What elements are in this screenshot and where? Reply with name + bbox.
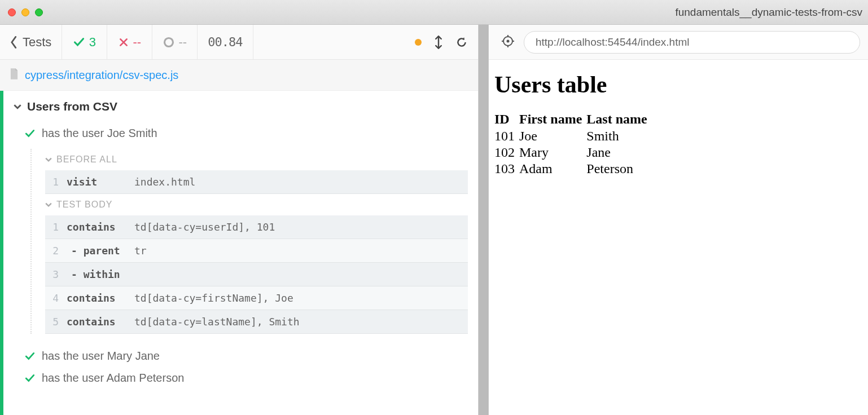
- command-args: tr: [131, 239, 468, 262]
- commands-container: BEFORE ALL 1visitindex.html TEST BODY 1c…: [30, 149, 468, 334]
- command-args: td[data-cy=lastName], Smith: [131, 310, 468, 333]
- minimize-icon[interactable]: [21, 8, 29, 16]
- command-name: contains: [63, 286, 131, 310]
- table-row: 102MaryJane: [494, 144, 652, 161]
- test-row[interactable]: has the user Mary Jane: [14, 345, 468, 367]
- command-row[interactable]: 1containstd[data-cy=userId], 101: [45, 215, 468, 239]
- command-row[interactable]: 1visitindex.html: [45, 170, 468, 194]
- command-name: visit: [63, 170, 131, 193]
- table-row: 103AdamPeterson: [494, 161, 652, 177]
- test-title: has the user Joe Smith: [42, 127, 157, 140]
- reporter-pane: Tests 3 -- -- 00.84: [0, 25, 479, 415]
- command-args: td[data-cy=userId], 101: [131, 215, 468, 239]
- close-icon[interactable]: [8, 8, 16, 16]
- column-header: ID: [494, 111, 519, 128]
- test-title: has the user Adam Peterson: [42, 372, 184, 385]
- scroll-lock-icon[interactable]: [434, 36, 443, 49]
- command-args: [131, 269, 468, 280]
- elapsed-time: 00.84: [198, 25, 253, 59]
- rerun-icon[interactable]: [455, 36, 468, 48]
- circle-icon: [163, 37, 174, 48]
- command-row[interactable]: 4containstd[data-cy=firstName], Joe: [45, 286, 468, 310]
- before-all-label[interactable]: BEFORE ALL: [45, 149, 468, 170]
- table-cell: Mary: [519, 144, 586, 161]
- passed-count: 3: [62, 25, 107, 59]
- command-name: contains: [63, 310, 131, 333]
- table-cell: Adam: [519, 161, 586, 177]
- column-header: Last name: [586, 111, 651, 128]
- check-icon: [25, 129, 35, 139]
- command-args: index.html: [131, 170, 468, 193]
- chevron-down-icon: [14, 100, 21, 113]
- tests-back-button[interactable]: Tests: [0, 25, 62, 59]
- file-icon: [9, 68, 19, 82]
- pending-count: --: [152, 25, 198, 59]
- table-row: 101JoeSmith: [494, 128, 652, 144]
- check-icon: [73, 37, 85, 48]
- aut-content: Users table ID First name Last name 101J…: [489, 60, 868, 415]
- spacer: [253, 25, 405, 59]
- page-heading: Users table: [494, 71, 862, 98]
- spec-file-header[interactable]: cypress/integration/csv-spec.js: [0, 60, 478, 91]
- status-dot-icon: [415, 39, 422, 46]
- svg-point-0: [164, 38, 173, 46]
- svg-point-2: [507, 39, 510, 42]
- command-number: 4: [45, 292, 63, 304]
- command-row[interactable]: 2- parenttr: [45, 239, 468, 263]
- check-icon: [25, 351, 35, 361]
- command-number: 1: [45, 176, 63, 188]
- reporter-controls: [405, 25, 478, 59]
- chevron-down-icon: [45, 201, 52, 208]
- pane-resize-handle[interactable]: [479, 25, 489, 415]
- tests-label: Tests: [23, 35, 51, 50]
- maximize-icon[interactable]: [35, 8, 43, 16]
- spec-file-path[interactable]: cypress/integration/csv-spec.js: [25, 69, 178, 82]
- column-header: First name: [519, 111, 586, 128]
- window-titlebar: fundamentals__dynamic-tests-from-csv: [0, 0, 868, 25]
- window-title: fundamentals__dynamic-tests-from-csv: [675, 6, 862, 19]
- test-row[interactable]: has the user Adam Peterson: [14, 367, 468, 389]
- command-number: 5: [45, 316, 63, 328]
- command-name: - parent: [63, 239, 131, 262]
- test-row[interactable]: has the user Joe Smith: [14, 122, 468, 144]
- suite-title[interactable]: Users from CSV: [14, 100, 468, 113]
- table-cell: Peterson: [586, 161, 651, 177]
- aut-pane: Users table ID First name Last name 101J…: [489, 25, 868, 415]
- url-input[interactable]: [524, 31, 860, 54]
- reporter-stats-bar: Tests 3 -- -- 00.84: [0, 25, 478, 60]
- aut-url-bar: [489, 25, 868, 60]
- command-args: td[data-cy=firstName], Joe: [131, 286, 468, 310]
- command-row[interactable]: 3- within: [45, 263, 468, 286]
- selector-playground-icon[interactable]: [501, 34, 515, 50]
- users-table: ID First name Last name 101JoeSmith102Ma…: [494, 111, 652, 177]
- table-cell: Smith: [586, 128, 651, 144]
- table-cell: 102: [494, 144, 519, 161]
- table-cell: Jane: [586, 144, 651, 161]
- tests-body: Users from CSV has the user Joe Smith BE…: [0, 91, 478, 415]
- table-header-row: ID First name Last name: [494, 111, 652, 128]
- failed-count: --: [107, 25, 152, 59]
- command-name: - within: [63, 263, 131, 286]
- test-title: has the user Mary Jane: [42, 350, 160, 363]
- command-row[interactable]: 5containstd[data-cy=lastName], Smith: [45, 310, 468, 334]
- table-cell: Joe: [519, 128, 586, 144]
- traffic-lights: [8, 8, 43, 16]
- command-number: 1: [45, 221, 63, 233]
- table-cell: 103: [494, 161, 519, 177]
- test-body-label[interactable]: TEST BODY: [45, 194, 468, 215]
- check-icon: [25, 373, 35, 383]
- table-cell: 101: [494, 128, 519, 144]
- chevron-down-icon: [45, 156, 52, 163]
- command-name: contains: [63, 215, 131, 239]
- command-number: 2: [45, 245, 63, 257]
- x-icon: [119, 37, 129, 47]
- chevron-left-icon: [10, 36, 18, 48]
- command-number: 3: [45, 268, 63, 280]
